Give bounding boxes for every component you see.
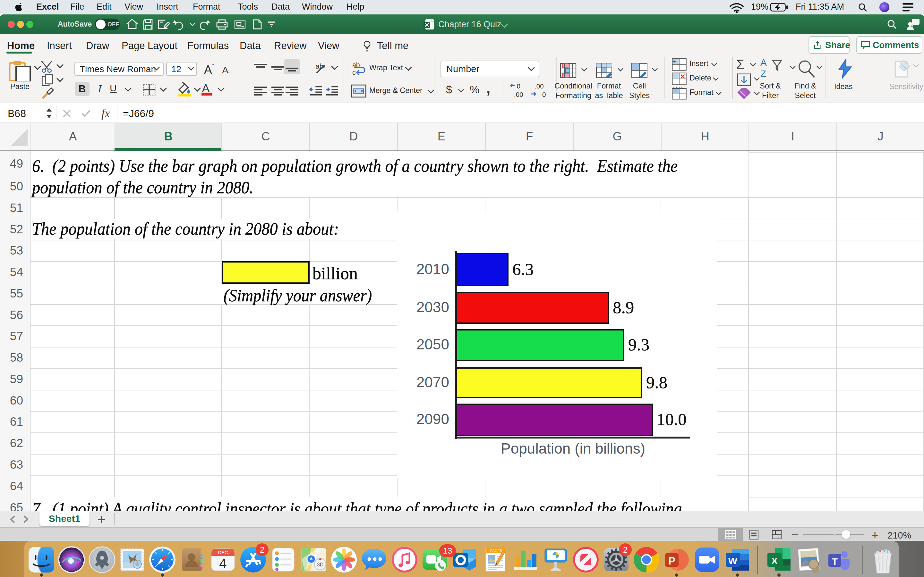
svg-text:.00: .00	[535, 82, 544, 90]
svg-text:X: X	[771, 556, 778, 566]
svg-text:T: T	[832, 556, 838, 567]
svg-text:ab: ab	[315, 62, 323, 70]
svg-text:.00: .00	[514, 91, 523, 98]
svg-text:A: A	[760, 58, 767, 68]
svg-text:3D: 3D	[317, 562, 323, 567]
svg-text:Z: Z	[760, 68, 766, 79]
svg-text:DEC: DEC	[218, 550, 228, 555]
svg-text:c: c	[352, 69, 356, 76]
svg-text:0: 0	[542, 91, 546, 98]
svg-text:PAGES: PAGES	[490, 549, 502, 553]
svg-text:4: 4	[219, 556, 226, 571]
svg-text:P: P	[668, 554, 676, 567]
svg-text:W: W	[728, 556, 738, 566]
svg-text:0: 0	[517, 82, 520, 90]
